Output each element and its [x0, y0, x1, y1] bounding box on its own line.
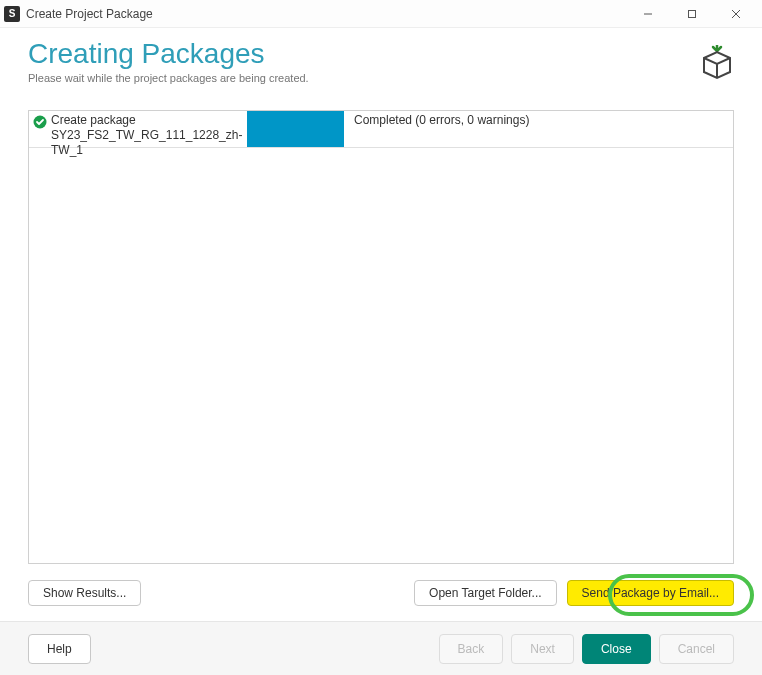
back-button[interactable]: Back — [439, 634, 504, 664]
row-action-label: Create package — [51, 113, 243, 128]
row-file-label: SY23_FS2_TW_RG_111_1228_zh-TW_1 — [51, 128, 243, 158]
row-progress-bar — [247, 111, 344, 147]
app-icon: S — [4, 6, 20, 22]
packages-grid: Create package SY23_FS2_TW_RG_111_1228_z… — [28, 110, 734, 564]
window-controls — [626, 0, 758, 28]
table-row: Create package SY23_FS2_TW_RG_111_1228_z… — [29, 111, 733, 148]
open-target-folder-button[interactable]: Open Target Folder... — [414, 580, 557, 606]
close-button[interactable]: Close — [582, 634, 651, 664]
maximize-button[interactable] — [670, 0, 714, 28]
row-name-cell: Create package SY23_FS2_TW_RG_111_1228_z… — [29, 111, 247, 147]
wizard-footer: Help Back Next Close Cancel — [0, 621, 762, 675]
send-package-email-button[interactable]: Send Package by Email... — [567, 580, 734, 606]
check-circle-icon — [33, 115, 47, 129]
page-header: Creating Packages Please wait while the … — [0, 28, 762, 90]
window-title: Create Project Package — [26, 7, 626, 21]
cancel-button[interactable]: Cancel — [659, 634, 734, 664]
row-status-label: Completed (0 errors, 0 warnings) — [348, 111, 733, 147]
action-row: Show Results... Open Target Folder... Se… — [0, 572, 762, 606]
package-box-icon — [698, 42, 736, 80]
content-area: Create package SY23_FS2_TW_RG_111_1228_z… — [0, 90, 762, 572]
page-subtitle: Please wait while the project packages a… — [28, 72, 734, 84]
show-results-button[interactable]: Show Results... — [28, 580, 141, 606]
close-window-button[interactable] — [714, 0, 758, 28]
window-titlebar: S Create Project Package — [0, 0, 762, 28]
page-title: Creating Packages — [28, 38, 734, 70]
next-button[interactable]: Next — [511, 634, 574, 664]
help-button[interactable]: Help — [28, 634, 91, 664]
minimize-button[interactable] — [626, 0, 670, 28]
svg-rect-1 — [689, 10, 696, 17]
